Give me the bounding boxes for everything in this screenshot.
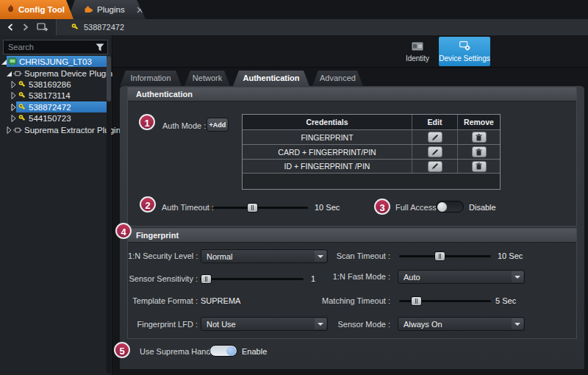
- edit-button[interactable]: [428, 161, 442, 172]
- edit-button[interactable]: [428, 132, 442, 143]
- sensor-mode-value: Always On: [404, 320, 442, 329]
- search-box: [3, 40, 108, 54]
- identity-card-icon: [412, 42, 423, 52]
- annotation-badge-3: 3: [374, 199, 390, 215]
- settings-panel: Authentication Auth Mode : +Add Credenti…: [120, 86, 584, 369]
- tree-item-label: 538173114: [29, 91, 71, 100]
- tree-item-label: CHRISJUNG_LT03: [19, 57, 92, 66]
- slider-handle[interactable]: [411, 296, 422, 306]
- device-settings-label: Device Settings: [439, 54, 490, 63]
- auth-timeout-slider: [213, 203, 308, 213]
- tab-label: Config Tool: [18, 5, 65, 14]
- slider-handle[interactable]: [201, 274, 212, 284]
- sensor-mode-dropdown[interactable]: Always On: [398, 317, 525, 331]
- tab-label: Network: [193, 74, 222, 82]
- slider-handle[interactable]: [247, 203, 258, 213]
- device-icon: [18, 91, 26, 100]
- auth-timeout-label: Auth Timeout :: [162, 202, 214, 213]
- security-level-label: 1:N Security Level :: [128, 251, 198, 261]
- tab-information[interactable]: Information: [120, 71, 182, 86]
- back-button[interactable]: [4, 21, 16, 33]
- table-row[interactable]: CARD + FINGERPRINT/PIN: [243, 144, 500, 159]
- full-access-toggle[interactable]: [436, 201, 464, 213]
- remove-button[interactable]: [472, 161, 487, 172]
- sidebar-item-544150723[interactable]: 544150723: [0, 113, 112, 124]
- slider-track[interactable]: [213, 207, 308, 209]
- toggle-knob[interactable]: [226, 346, 236, 356]
- table-header-row: Credentials Edit Remove: [243, 115, 500, 129]
- table-row[interactable]: ID + FINGERPRINT /PIN: [243, 159, 500, 174]
- toggle-knob[interactable]: [437, 202, 447, 212]
- device-settings-button[interactable]: Device Settings: [439, 37, 490, 66]
- settings-tab-strip: Information Network Authentication Advan…: [120, 71, 363, 86]
- tree-item-label: 544150723: [29, 114, 71, 123]
- fast-mode-label: 1:N Fast Mode :: [314, 271, 390, 282]
- sidebar-item-538173114[interactable]: 538173114: [0, 90, 112, 101]
- sidebar-item-538169286[interactable]: 538169286: [0, 79, 112, 90]
- close-icon[interactable]: [137, 7, 143, 13]
- fast-mode-dropdown[interactable]: Auto: [398, 270, 525, 284]
- device-icon: [18, 80, 26, 89]
- device-breadcrumb-tab[interactable]: 538872472: [56, 19, 588, 35]
- credential-value: FINGERPRINT: [243, 130, 412, 144]
- add-auth-mode-button[interactable]: +Add: [207, 118, 229, 132]
- tab-label: Advanced: [320, 74, 356, 82]
- tab-network[interactable]: Network: [184, 71, 230, 86]
- edit-button[interactable]: [428, 146, 442, 157]
- tab-authentication[interactable]: Authentication: [233, 71, 309, 86]
- auth-mode-label: Auth Mode :: [162, 121, 206, 131]
- identity-label: Identity: [406, 54, 429, 63]
- scan-timeout-label: Scan Timeout :: [314, 251, 390, 261]
- remove-button[interactable]: [472, 132, 487, 143]
- use-suprema-handler-state: Enable: [242, 346, 267, 357]
- sidebar-item-suprema-device-plugin[interactable]: Suprema Device Plugin: [0, 68, 112, 79]
- filter-icon[interactable]: [96, 43, 104, 53]
- tab-config-tool[interactable]: Config Tool: [0, 0, 74, 19]
- matching-timeout-label: Matching Timeout :: [314, 296, 390, 306]
- security-level-value: Normal: [207, 252, 232, 261]
- table-row[interactable]: FINGERPRINT: [243, 129, 500, 144]
- scan-timeout-slider: [399, 251, 491, 261]
- device-settings-icon: [459, 41, 470, 52]
- device-icon: [18, 103, 26, 112]
- device-icon: [71, 23, 79, 32]
- annotation-badge-5: 5: [114, 342, 130, 358]
- scan-timeout-value: 10 Sec: [498, 251, 523, 261]
- remove-button[interactable]: [472, 146, 487, 157]
- full-access-state: Disable: [469, 202, 496, 213]
- fingerprint-group: Fingerprint 1:N Security Level : Normal …: [127, 228, 577, 339]
- device-tree-sidebar: CHRISJUNG_LT03 Suprema Device Plugin: [0, 35, 112, 375]
- detach-window-icon[interactable]: [37, 21, 49, 33]
- identity-button[interactable]: Identity: [397, 38, 438, 65]
- scrollbar-thumb[interactable]: [107, 56, 111, 101]
- sidebar-scrollbar[interactable]: [107, 56, 111, 374]
- sidebar-item-suprema-extractor-plugin[interactable]: Suprema Extractor Plugin: [0, 124, 112, 135]
- search-input[interactable]: [4, 40, 107, 54]
- section-header: Authentication: [128, 88, 576, 101]
- tree-item-label: Suprema Device Plugin: [24, 69, 112, 78]
- credentials-table: Credentials Edit Remove FINGERPRINT CARD…: [242, 114, 501, 190]
- device-tab-label: 538872472: [84, 23, 124, 32]
- credential-value: ID + FINGERPRINT /PIN: [243, 160, 412, 173]
- tab-label: Authentication: [243, 74, 300, 82]
- tree-item-label: 538872472: [29, 103, 71, 112]
- plugin-icon: [13, 126, 22, 135]
- column-header-remove: Remove: [457, 115, 500, 129]
- tab-label: Plugins: [97, 5, 125, 14]
- slider-track[interactable]: [200, 278, 304, 280]
- tab-plugins[interactable]: Plugins: [68, 0, 146, 19]
- tab-advanced[interactable]: Advanced: [312, 71, 363, 86]
- host-icon: [8, 57, 17, 66]
- fingerprint-lfd-dropdown[interactable]: Not Use: [201, 317, 328, 331]
- security-level-dropdown[interactable]: Normal: [201, 249, 328, 263]
- sidebar-item-538872472-selected[interactable]: 538872472: [0, 101, 112, 113]
- annotation-badge-1: 1: [139, 114, 155, 130]
- forward-button[interactable]: [20, 21, 32, 33]
- chevron-down-icon: [512, 318, 523, 329]
- puzzle-icon: [84, 5, 93, 15]
- device-icon: [18, 114, 26, 123]
- use-suprema-handler-toggle[interactable]: [209, 345, 237, 357]
- slider-handle[interactable]: [434, 251, 445, 261]
- sidebar-item-chrisjung-lt03[interactable]: CHRISJUNG_LT03: [0, 56, 112, 67]
- ribbon-bar: Identity Device Settings: [112, 35, 588, 68]
